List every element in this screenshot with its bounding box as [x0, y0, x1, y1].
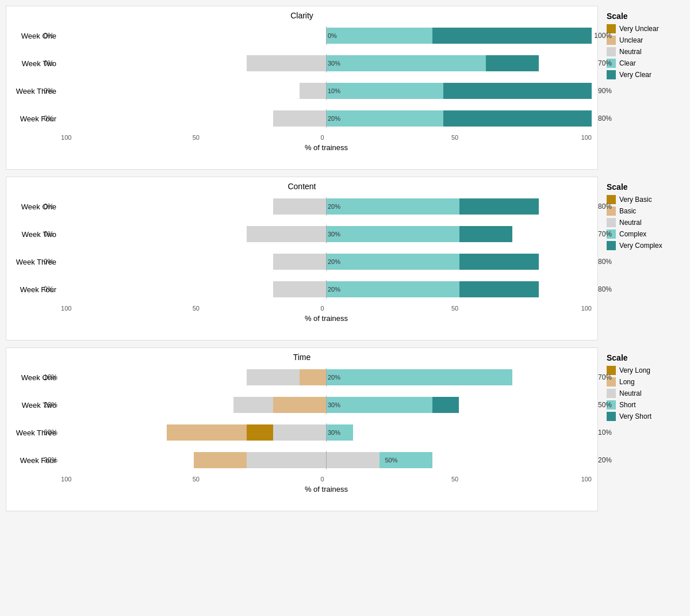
- right-pct: 80%: [598, 285, 612, 293]
- very-clear-segment: [443, 110, 592, 127]
- list-item: Very Unclear: [607, 24, 684, 33]
- clarity-legend: Scale Very Unclear Unclear Neutral Clear…: [598, 6, 684, 87]
- x-tick: 50: [451, 305, 458, 312]
- left-pct: 0%: [44, 285, 53, 293]
- table-row: Week Four 0% 20% 80%: [12, 278, 592, 300]
- right-pct: 10%: [598, 428, 612, 437]
- right-pct: 90%: [598, 87, 612, 95]
- legend-label: Clear: [619, 59, 636, 67]
- neg-side: 20%: [61, 394, 326, 416]
- clarity-title: Clarity: [12, 11, 592, 20]
- pos-side: 30% 70%: [327, 223, 592, 245]
- legend-label: Neutral: [619, 48, 642, 56]
- long-segment: [300, 369, 326, 385]
- pos-side: 20% 80%: [327, 278, 592, 300]
- x-tick: 50: [193, 476, 200, 483]
- neutral-segment: [300, 83, 326, 99]
- left-pct: 20%: [44, 401, 57, 409]
- x-tick: 100: [61, 305, 71, 312]
- bar-wrapper: 20% 30% 50%: [61, 394, 592, 416]
- x-tick: 0: [320, 305, 324, 312]
- list-item: Unclear: [607, 36, 684, 45]
- right-pct: 50%: [598, 401, 612, 409]
- table-row: Week Four 30% 50% 20%: [12, 449, 592, 471]
- complex-segment: [327, 254, 459, 270]
- bar-wrapper: 0% 30% 70%: [61, 52, 592, 74]
- list-item: Very Long: [607, 366, 684, 375]
- neutral-segment: [247, 226, 326, 242]
- list-item: Long: [607, 377, 684, 387]
- short-segment: [327, 369, 512, 385]
- neutral-segment: [273, 281, 326, 297]
- x-tick: 100: [61, 476, 71, 483]
- table-row: Week One 0% 20% 80%: [12, 196, 592, 217]
- very-clear-swatch: [607, 70, 616, 79]
- left-pct: 0%: [44, 202, 53, 211]
- pos-side: 0% 100%: [327, 25, 592, 47]
- table-row: Week Four 0% 20% 80%: [12, 108, 592, 129]
- bar-wrapper: 0% 0% 100%: [61, 25, 592, 47]
- content-section: Content Week One 0% 20%: [6, 177, 684, 340]
- long-segment: [273, 397, 326, 413]
- very-clear-segment: [432, 28, 592, 44]
- time-chart: Time Week One 10%: [6, 347, 598, 511]
- neutral-swatch: [607, 218, 616, 227]
- x-tick: 100: [581, 134, 592, 141]
- bar-wrapper: 0% 20% 80%: [61, 196, 592, 217]
- neutral-segment: [247, 452, 326, 468]
- pos-side: 30% 50%: [327, 394, 592, 416]
- pos-side: 20% 80%: [327, 108, 592, 129]
- very-long-segment: [247, 424, 273, 441]
- legend-label: Complex: [619, 230, 646, 238]
- legend-title: Scale: [607, 182, 684, 192]
- clear-segment: [327, 83, 443, 99]
- left-pct: 0%: [44, 32, 53, 40]
- legend-label: Basic: [619, 207, 636, 215]
- neutral-swatch: [607, 389, 616, 398]
- complex-segment: [327, 198, 459, 215]
- bar-wrapper: 0% 10% 90%: [61, 80, 592, 102]
- right-pct: 80%: [598, 202, 612, 211]
- complex-segment: [327, 281, 459, 297]
- list-item: Clear: [607, 59, 684, 68]
- list-item: Neutral: [607, 47, 684, 56]
- neutral-segment: [273, 110, 326, 127]
- legend-title: Scale: [607, 353, 684, 362]
- neg-side: 0%: [61, 25, 326, 47]
- neg-side: 0%: [61, 80, 326, 102]
- table-row: Week One 0% 0% 100%: [12, 25, 592, 47]
- left-pct: 0%: [44, 230, 53, 238]
- table-row: Week One 10% 20% 70%: [12, 366, 592, 388]
- right-pct: 70%: [598, 230, 612, 238]
- neutral-segment: [233, 397, 273, 413]
- list-item: Complex: [607, 229, 684, 239]
- legend-title: Scale: [607, 12, 684, 21]
- bar-wrapper: 0% 20% 80%: [61, 108, 592, 129]
- very-complex-segment: [459, 254, 539, 270]
- very-clear-segment: [486, 55, 539, 71]
- legend-label: Short: [619, 401, 636, 409]
- very-complex-segment: [459, 198, 539, 215]
- neg-side: 30%: [61, 449, 326, 471]
- content-bars: Week One 0% 20% 80%: [12, 196, 592, 300]
- neutral-segment: [247, 369, 300, 385]
- content-chart: Content Week One 0% 20%: [6, 177, 598, 340]
- table-row: Week Two 0% 30% 70%: [12, 52, 592, 74]
- left-pct: 60%: [44, 428, 57, 437]
- table-row: Week Three 0% 10% 90%: [12, 80, 592, 102]
- clear-segment: [327, 28, 432, 44]
- left-pct: 0%: [44, 59, 53, 67]
- long-segment: [194, 452, 247, 468]
- time-section: Time Week One 10%: [6, 347, 684, 511]
- neg-side: 0%: [61, 108, 326, 129]
- long-segment: [167, 424, 246, 441]
- list-item: Neutral: [607, 218, 684, 227]
- very-complex-segment: [459, 226, 512, 242]
- pos-side: 30% 10%: [327, 422, 592, 443]
- legend-label: Long: [619, 378, 635, 386]
- right-pct: 80%: [598, 258, 612, 266]
- legend-label: Very Clear: [619, 71, 651, 79]
- list-item: Very Basic: [607, 195, 684, 204]
- x-tick: 50: [451, 476, 458, 483]
- very-complex-segment: [459, 281, 539, 297]
